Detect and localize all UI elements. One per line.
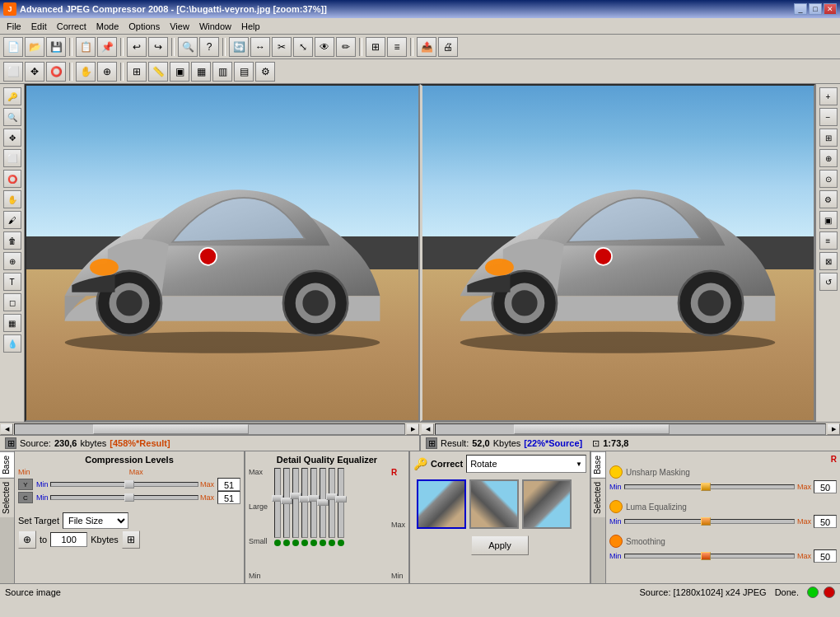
bottom-section: Base Selected Compression Levels Min Max… [0,451,840,583]
copy-button[interactable]: 📋 [76,37,96,57]
tool-gradient[interactable]: ▦ [3,314,21,332]
tool-select1[interactable]: ⬜ [3,149,21,167]
comp-min-label: Min [18,468,30,476]
undo-button[interactable]: ↩ [127,37,147,57]
minimize-button[interactable]: _ [794,3,807,15]
right-scrollbar-track[interactable] [435,423,826,435]
apply-button[interactable]: Apply [471,535,529,555]
select-button[interactable]: ⬜ [3,62,23,82]
source-image-pane[interactable] [25,84,420,422]
tool-eyedropper[interactable]: 💧 [3,334,21,353]
slider-row-2: C Min Max 51 [18,491,240,504]
close-button[interactable]: ✕ [824,3,837,15]
left-scrollbar-thumb[interactable] [93,424,249,434]
r5-btn[interactable]: ≡ [819,231,838,250]
adj-selected-tab[interactable]: Selected [591,478,605,517]
pencil-button[interactable]: ✏ [336,37,356,57]
right-scroll-left-btn[interactable]: ◀ [421,423,434,435]
lasso-button[interactable]: ⭕ [46,62,66,82]
tool-move[interactable]: ✥ [3,129,21,147]
menu-options[interactable]: Options [124,20,165,33]
view3-button[interactable]: ▥ [212,62,232,82]
open-button[interactable]: 📂 [25,37,44,57]
unsharp-slider[interactable] [624,484,795,489]
rotate-dropdown[interactable]: Rotate ▼ [466,455,586,473]
image-status-row: ⊞ Source: 230,6 kbytes [458%*Result] ⊞ R… [0,435,840,451]
eye-button[interactable]: 👁 [315,37,334,57]
r3-btn[interactable]: ⚙ [819,190,838,208]
print-button[interactable]: 🖨 [438,37,458,57]
tool-text[interactable]: T [3,273,21,291]
menu-window[interactable]: Window [194,20,236,33]
r4-btn[interactable]: ▣ [819,211,838,229]
title-text: Advanced JPEG Compressor 2008 - [C:\buga… [20,4,327,14]
right-scrollbar-thumb[interactable] [514,424,670,434]
target-icon-btn[interactable]: ⊕ [18,531,36,549]
to-action-btn[interactable]: ⊞ [122,531,140,549]
adj-base-tab[interactable]: Base [591,451,605,478]
flip-button[interactable]: ↔ [250,37,270,57]
view2-button[interactable]: ▦ [191,62,211,82]
left-scrollbar-track[interactable] [14,423,405,435]
comp-slider-1[interactable] [50,482,198,487]
zoom-plus-btn[interactable]: + [819,87,838,105]
resize-button[interactable]: ⤡ [293,37,313,57]
menu-correct[interactable]: Correct [52,20,91,33]
zoom-minus-btn[interactable]: − [819,108,838,126]
preview-thumb-2[interactable] [469,479,519,529]
luma-slider[interactable] [624,519,795,524]
move-button[interactable]: ✥ [25,62,44,82]
right-scroll-right-btn[interactable]: ▶ [827,423,840,435]
tool-magnify[interactable]: 🔍 [3,108,21,126]
paste-button[interactable]: 📌 [97,37,117,57]
preview-thumb-1[interactable] [417,479,466,529]
tool-shape[interactable]: ◻ [3,293,21,311]
to-value-input[interactable] [50,532,87,547]
r6-btn[interactable]: ⊠ [819,252,838,270]
settings-button[interactable]: ⚙ [255,62,275,82]
image-area [25,84,815,422]
tool-brush[interactable]: 🖌 [3,211,21,229]
r2-btn[interactable]: ⊙ [819,170,838,188]
batch-button[interactable]: ≡ [387,37,407,57]
base-tab[interactable]: Base [0,451,14,478]
help-button[interactable]: ? [199,37,219,57]
tool-clone[interactable]: ⊕ [3,252,21,270]
r1-btn[interactable]: ⊕ [819,149,838,167]
left-scroll-left-btn[interactable]: ◀ [0,423,13,435]
rotate-button[interactable]: 🔄 [229,37,249,57]
menu-mode[interactable]: Mode [91,20,124,33]
smoothing-slider[interactable] [624,554,795,559]
result-image-pane[interactable] [420,84,816,422]
fit-btn[interactable]: ⊞ [819,129,838,147]
pan-button[interactable]: ✋ [76,62,96,82]
tool-hand[interactable]: ✋ [3,190,21,208]
zoom-btn2[interactable]: ⊕ [97,62,117,82]
grid-button[interactable]: ⊞ [127,62,147,82]
view1-button[interactable]: ▣ [170,62,189,82]
tool-eraser[interactable]: 🗑 [3,231,21,250]
menu-view[interactable]: View [165,20,194,33]
menu-edit[interactable]: Edit [26,20,52,33]
view4-button[interactable]: ▤ [234,62,254,82]
comp-slider-2[interactable] [50,495,198,500]
tool-key[interactable]: 🔑 [3,87,21,105]
menu-help[interactable]: Help [236,20,265,33]
compare-button[interactable]: ⊞ [366,37,385,57]
tool-select2[interactable]: ⭕ [3,170,21,188]
redo-button[interactable]: ↪ [148,37,168,57]
ruler-button[interactable]: 📏 [148,62,168,82]
r7-btn[interactable]: ↺ [819,273,838,291]
left-scroll-right-btn[interactable]: ▶ [406,423,419,435]
save-button[interactable]: 💾 [46,37,66,57]
selected-tab[interactable]: Selected [0,478,14,517]
preview-thumb-3[interactable] [522,479,572,529]
maximize-button[interactable]: □ [809,3,822,15]
menu-file[interactable]: File [2,20,26,33]
export-button[interactable]: 📤 [417,37,436,57]
crop-button[interactable]: ✂ [272,37,292,57]
set-target-select[interactable]: File Size Quality Ratio [63,512,128,529]
svg-point-9 [460,332,776,353]
zoom-in-button[interactable]: 🔍 [178,37,198,57]
new-button[interactable]: 📄 [3,37,23,57]
